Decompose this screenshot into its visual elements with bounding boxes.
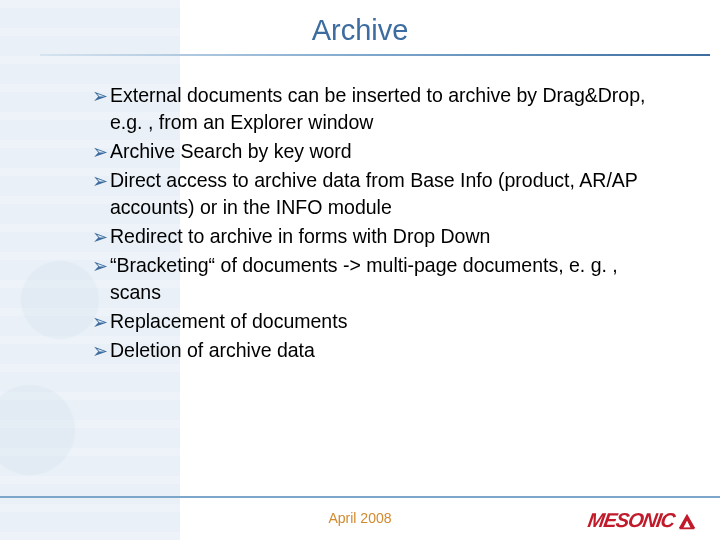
bullet-text: External documents can be inserted to ar… bbox=[110, 82, 668, 136]
bullet-text: Archive Search by key word bbox=[110, 138, 352, 165]
chevron-right-icon: ➢ bbox=[92, 251, 108, 281]
slide-title: Archive bbox=[312, 14, 409, 51]
list-item: ➢ Direct access to archive data from Bas… bbox=[92, 167, 668, 221]
list-item: ➢ “Bracketing“ of documents -> multi-pag… bbox=[92, 252, 668, 306]
bullet-text: Deletion of archive data bbox=[110, 337, 315, 364]
footer-divider bbox=[0, 496, 720, 498]
chevron-right-icon: ➢ bbox=[92, 336, 108, 366]
list-item: ➢ Redirect to archive in forms with Drop… bbox=[92, 223, 668, 250]
chevron-right-icon: ➢ bbox=[92, 222, 108, 252]
brand-name: MESONIC bbox=[586, 509, 676, 532]
bullet-text: Replacement of documents bbox=[110, 308, 347, 335]
brand-mark-icon bbox=[676, 510, 698, 532]
list-item: ➢ Replacement of documents bbox=[92, 308, 668, 335]
bullet-text: “Bracketing“ of documents -> multi-page … bbox=[110, 252, 668, 306]
chevron-right-icon: ➢ bbox=[92, 307, 108, 337]
bullet-text: Redirect to archive in forms with Drop D… bbox=[110, 223, 490, 250]
list-item: ➢ External documents can be inserted to … bbox=[92, 82, 668, 136]
brand-logo: MESONIC bbox=[588, 509, 698, 532]
title-underline bbox=[40, 54, 710, 56]
list-item: ➢ Deletion of archive data bbox=[92, 337, 668, 364]
title-wrap: Archive bbox=[0, 14, 720, 51]
list-item: ➢ Archive Search by key word bbox=[92, 138, 668, 165]
bullet-list: ➢ External documents can be inserted to … bbox=[92, 82, 668, 366]
chevron-right-icon: ➢ bbox=[92, 81, 108, 111]
bullet-text: Direct access to archive data from Base … bbox=[110, 167, 668, 221]
chevron-right-icon: ➢ bbox=[92, 166, 108, 196]
slide: Archive ➢ External documents can be inse… bbox=[0, 0, 720, 540]
chevron-right-icon: ➢ bbox=[92, 137, 108, 167]
